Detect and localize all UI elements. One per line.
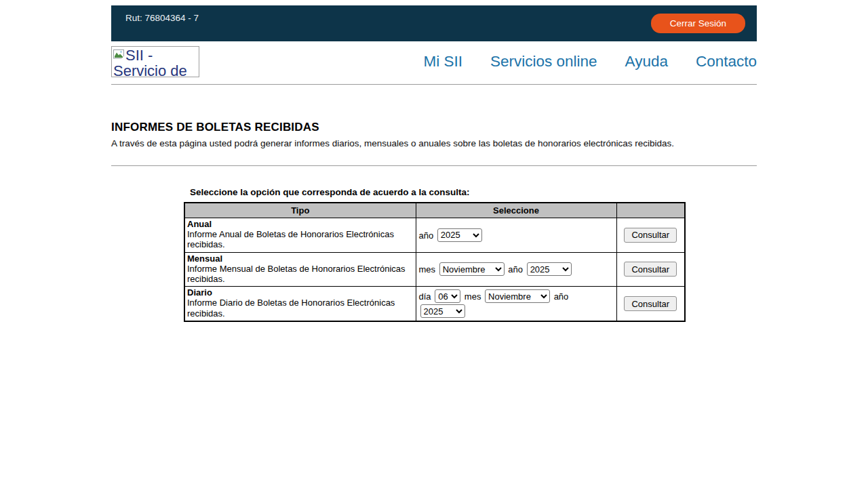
sii-logo-broken-image[interactable]: SII - Servicio de (111, 46, 199, 77)
nav-link-ayuda[interactable]: Ayuda (625, 53, 668, 70)
diario-day-select[interactable]: 06 (435, 289, 460, 303)
diario-button-cell: Consultar (616, 287, 685, 321)
session-topbar: Rut: 76804364 - 7 Cerrar Sesión (111, 5, 757, 41)
page-subtitle: A través de esta página usted podrá gene… (111, 138, 757, 148)
mensual-year-label: año (508, 264, 523, 274)
anual-consultar-button[interactable]: Consultar (624, 228, 677, 243)
content-divider (111, 165, 757, 166)
anual-type-label: Anual (187, 219, 212, 229)
anual-description: Informe Anual de Boletas de Honorarios E… (187, 229, 394, 249)
mensual-select-cell: mes Noviembre año 2025 (416, 252, 616, 287)
diario-consultar-button[interactable]: Consultar (624, 296, 677, 311)
anual-select-cell: año 2025 (416, 218, 616, 253)
rut-label: Rut: 76804364 - 7 (125, 13, 199, 23)
mensual-month-select[interactable]: Noviembre (439, 262, 505, 276)
table-row-anual: Anual Informe Anual de Boletas de Honora… (184, 218, 685, 253)
report-table-area: Seleccione la opción que corresponda de … (184, 187, 757, 322)
page-container: Rut: 76804364 - 7 Cerrar Sesión SII - Se… (111, 5, 757, 322)
diario-select-cell: día 06 mes Noviembre año 2025 (416, 287, 616, 321)
table-row-diario: Diario Informe Diario de Boletas de Hono… (184, 287, 685, 321)
column-header-seleccione: Seleccione (416, 203, 616, 218)
anual-type-cell: Anual Informe Anual de Boletas de Honora… (184, 218, 416, 253)
table-caption: Seleccione la opción que corresponda de … (184, 187, 757, 197)
column-header-tipo: Tipo (184, 203, 416, 218)
broken-image-icon (113, 49, 125, 60)
main-content: INFORMES DE BOLETAS RECIBIDAS A través d… (111, 85, 757, 322)
nav-link-mi-sii[interactable]: Mi SII (423, 53, 462, 70)
diario-year-label: año (554, 291, 569, 302)
table-header-row: Tipo Seleccione (184, 203, 685, 218)
mensual-type-cell: Mensual Informe Mensual de Boletas de Ho… (184, 252, 416, 287)
diario-month-label: mes (465, 291, 481, 302)
brand-nav-row: SII - Servicio de Mi SII Servicios onlin… (111, 41, 757, 84)
main-nav: Mi SII Servicios online Ayuda Contacto (423, 53, 757, 70)
diario-type-cell: Diario Informe Diario de Boletas de Hono… (184, 287, 416, 321)
mensual-description: Informe Mensual de Boletas de Honorarios… (187, 264, 406, 284)
anual-year-select[interactable]: 2025 (437, 228, 482, 242)
mensual-type-label: Mensual (187, 253, 222, 264)
nav-link-contacto[interactable]: Contacto (696, 53, 757, 70)
page-title: INFORMES DE BOLETAS RECIBIDAS (111, 121, 757, 134)
table-row-mensual: Mensual Informe Mensual de Boletas de Ho… (184, 252, 685, 287)
diario-type-label: Diario (187, 287, 212, 298)
report-options-table: Tipo Seleccione Anual Informe Anual de B… (184, 202, 686, 322)
mensual-year-select[interactable]: 2025 (527, 262, 572, 276)
mensual-button-cell: Consultar (616, 252, 685, 287)
mensual-month-label: mes (419, 264, 436, 274)
diario-description: Informe Diario de Boletas de Honorarios … (187, 298, 395, 318)
anual-button-cell: Consultar (616, 218, 685, 253)
diario-day-label: día (419, 291, 431, 302)
nav-link-servicios-online[interactable]: Servicios online (490, 53, 597, 70)
anual-year-label: año (419, 230, 434, 240)
diario-month-select[interactable]: Noviembre (485, 289, 550, 303)
column-header-action (616, 203, 685, 218)
mensual-consultar-button[interactable]: Consultar (624, 262, 677, 277)
diario-year-select[interactable]: 2025 (420, 304, 465, 318)
logout-button[interactable]: Cerrar Sesión (651, 14, 745, 33)
